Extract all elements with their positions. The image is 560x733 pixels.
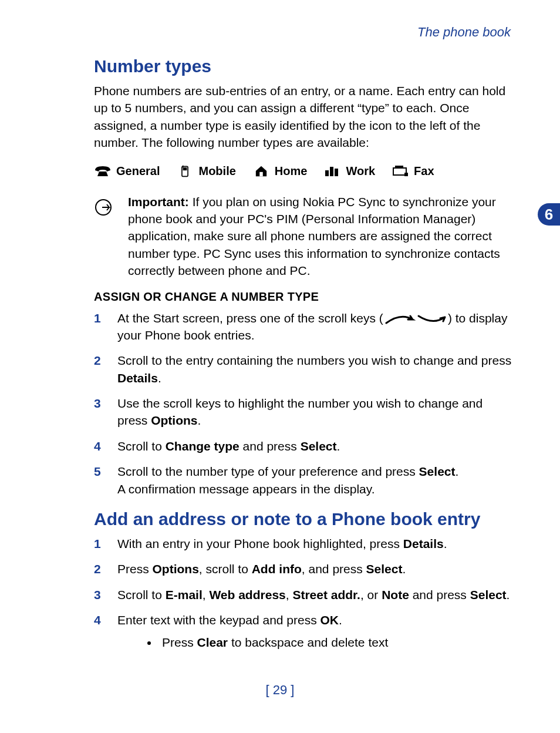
scroll-keys-icon bbox=[383, 314, 448, 324]
page-content: The phone book Number types Phone number… bbox=[0, 0, 560, 651]
phone-icon bbox=[94, 164, 112, 177]
important-note: Important: If you plan on using Nokia PC… bbox=[94, 193, 513, 280]
heading-number-types: Number types bbox=[94, 56, 513, 76]
bold: Street addr. bbox=[292, 588, 360, 601]
heading-add-address: Add an address or note to a Phone book e… bbox=[94, 509, 513, 529]
step-text: Scroll to the number type of your prefer… bbox=[117, 465, 419, 478]
mobile-icon bbox=[176, 164, 194, 177]
step-4: Scroll to Change type and press Select. bbox=[94, 438, 513, 455]
number-type-icon-row: General Mobile Home Work bbox=[94, 164, 513, 178]
step-text: At the Start screen, press one of the sc… bbox=[117, 311, 383, 325]
svg-rect-9 bbox=[404, 173, 408, 176]
type-home: Home bbox=[252, 164, 308, 178]
bold: Select bbox=[366, 562, 403, 576]
bold: Note bbox=[382, 588, 409, 601]
step-text: , bbox=[203, 588, 210, 601]
bold: Options bbox=[151, 413, 197, 427]
bold: Clear bbox=[197, 636, 228, 649]
steps-assign: At the Start screen, press one of the sc… bbox=[94, 310, 513, 498]
step-text: . bbox=[158, 371, 161, 385]
step-text: , scroll to bbox=[199, 562, 252, 576]
step-text: Press bbox=[117, 562, 153, 576]
sub-bullet-list: Press Clear to backspace and delete text bbox=[158, 634, 513, 651]
type-label: Work bbox=[346, 164, 375, 178]
step-text: . bbox=[444, 537, 447, 550]
page-number: [ 29 ] bbox=[0, 682, 560, 698]
running-head: The phone book bbox=[94, 25, 513, 40]
step-text: Scroll to bbox=[117, 439, 166, 453]
step-text: A confirmation message appears in the di… bbox=[117, 482, 375, 496]
svg-rect-7 bbox=[393, 168, 406, 175]
svg-rect-5 bbox=[330, 167, 333, 176]
svg-rect-3 bbox=[259, 172, 263, 176]
fax-icon bbox=[392, 164, 409, 177]
type-label: Home bbox=[275, 164, 308, 178]
step-text: , or bbox=[360, 588, 382, 601]
step-1: At the Start screen, press one of the sc… bbox=[94, 310, 513, 344]
step-5: Scroll to the number type of your prefer… bbox=[94, 463, 513, 497]
step-2: Press Options, scroll to Add info, and p… bbox=[94, 560, 513, 577]
work-icon bbox=[323, 164, 341, 177]
bold: Select bbox=[470, 588, 507, 601]
svg-rect-8 bbox=[395, 166, 403, 168]
type-mobile: Mobile bbox=[176, 164, 235, 178]
type-general: General bbox=[94, 164, 160, 178]
home-icon bbox=[252, 164, 270, 177]
bullet-text: Press bbox=[162, 636, 197, 649]
step-text: and press bbox=[409, 588, 470, 601]
bold: Details bbox=[117, 371, 158, 385]
steps-add-address: With an entry in your Phone book highlig… bbox=[94, 535, 513, 651]
type-label: General bbox=[116, 164, 160, 178]
bold: Web address bbox=[209, 588, 285, 601]
step-text: . bbox=[198, 413, 201, 427]
bold: Options bbox=[153, 562, 199, 576]
important-label: Important: bbox=[128, 195, 189, 209]
step-text: , and press bbox=[302, 562, 366, 576]
bold: Details bbox=[403, 537, 444, 550]
step-3: Scroll to E-mail, Web address, Street ad… bbox=[94, 586, 513, 603]
step-text: , bbox=[286, 588, 293, 601]
bold: E-mail bbox=[166, 588, 203, 601]
step-text: . bbox=[507, 588, 510, 601]
svg-rect-4 bbox=[325, 170, 329, 176]
bold: Add info bbox=[252, 562, 302, 576]
bold: Change type bbox=[166, 439, 239, 453]
step-3: Use the scroll keys to highlight the num… bbox=[94, 395, 513, 429]
intro-paragraph: Phone numbers are sub-entries of an entr… bbox=[94, 82, 513, 152]
bold: Select bbox=[419, 465, 456, 478]
step-text: . bbox=[455, 465, 458, 478]
type-work: Work bbox=[323, 164, 375, 178]
step-text: Scroll to the entry containing the numbe… bbox=[117, 354, 511, 367]
bold: OK bbox=[321, 613, 339, 627]
step-text: . bbox=[402, 562, 406, 576]
bold: Select bbox=[301, 439, 337, 453]
step-text: . bbox=[337, 439, 340, 453]
step-text: Scroll to bbox=[117, 588, 166, 601]
type-label: Mobile bbox=[198, 164, 235, 178]
svg-rect-1 bbox=[183, 167, 187, 170]
important-text: Important: If you plan on using Nokia PC… bbox=[128, 193, 513, 280]
subheading-assign: ASSIGN OR CHANGE A NUMBER TYPE bbox=[94, 290, 513, 304]
step-text: . bbox=[339, 613, 342, 627]
step-1: With an entry in your Phone book highlig… bbox=[94, 535, 513, 552]
step-4: Enter text with the keypad and press OK.… bbox=[94, 611, 513, 651]
type-fax: Fax bbox=[392, 164, 434, 178]
svg-rect-6 bbox=[335, 169, 338, 176]
info-arrow-icon bbox=[94, 193, 116, 280]
step-text: With an entry in your Phone book highlig… bbox=[117, 537, 403, 550]
step-2: Scroll to the entry containing the numbe… bbox=[94, 352, 513, 386]
step-text: Enter text with the keypad and press bbox=[117, 613, 321, 627]
step-text: and press bbox=[239, 439, 301, 453]
sub-bullet-item: Press Clear to backspace and delete text bbox=[158, 634, 513, 651]
bullet-text: to backspace and delete text bbox=[228, 636, 388, 649]
type-label: Fax bbox=[414, 164, 434, 178]
